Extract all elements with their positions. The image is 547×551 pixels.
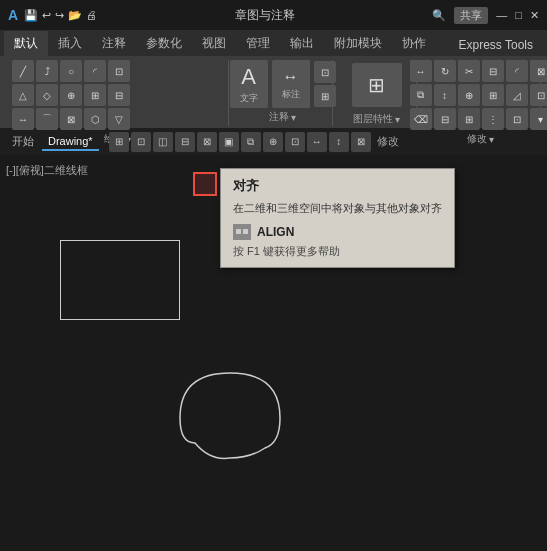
layer-group-label: 图层特性 ▾ [353, 112, 400, 126]
cursor-highlight-box [193, 172, 217, 196]
app-icon[interactable]: A [8, 7, 18, 23]
sub-icon-6[interactable]: ▣ [219, 132, 239, 152]
annotation-dropdown-icon[interactable]: ▾ [291, 112, 296, 123]
fillet-icon[interactable]: ◜ [506, 60, 528, 82]
extend-icon[interactable]: ⊕ [458, 84, 480, 106]
group-draw: ╱ ⤴ ○ ◜ ⊡ △ ◇ ⊕ ⊞ ⊟ ↔ ⌒ ⊠ ⬡ ▽ 绘图 [6, 60, 229, 126]
redo-icon[interactable]: ↪ [55, 9, 64, 22]
offset-icon[interactable]: ⊞ [482, 84, 504, 106]
sub-icon-12[interactable]: ⊠ [351, 132, 371, 152]
title-bar-tabs: 💾 ↩ ↪ 📂 🖨 [24, 9, 97, 22]
sub-icon-3[interactable]: ◫ [153, 132, 173, 152]
open-icon[interactable]: 📂 [68, 9, 82, 22]
tab-manage[interactable]: 管理 [236, 31, 280, 56]
workspace-label: 章图与注释 [235, 7, 295, 24]
sub-tab-drawing[interactable]: Drawing* [42, 133, 99, 151]
tab-view[interactable]: 视图 [192, 31, 236, 56]
undo-icon[interactable]: ↩ [42, 9, 51, 22]
sub-icon-4[interactable]: ⊟ [175, 132, 195, 152]
mirror-icon[interactable]: ⊟ [482, 60, 504, 82]
trim-icon[interactable]: ✂ [458, 60, 480, 82]
draw-icon-9[interactable]: ⊠ [60, 108, 82, 130]
print-icon[interactable]: 🖨 [86, 9, 97, 21]
tooltip-cmd-icon [233, 224, 251, 240]
sub-icon-8[interactable]: ⊕ [263, 132, 283, 152]
modify-icon-4[interactable]: ⋮ [482, 108, 504, 130]
draw-icon-2[interactable]: △ [12, 84, 34, 106]
modify-icons: ↔ ↻ ✂ ⊟ ◜ ⊠ ⧉ ↕ ⊕ ⊞ ◿ ⊡ ⌫ ⊟ ⊞ ⋮ ⊡ ▾ [410, 60, 548, 130]
tab-addons[interactable]: 附加模块 [324, 31, 392, 56]
array-icon[interactable]: ⊟ [434, 108, 456, 130]
tab-default[interactable]: 默认 [4, 31, 48, 56]
sub-toolbar-icons: ⊞ ⊡ ◫ ⊟ ⊠ ▣ ⧉ ⊕ ⊡ ↔ ↕ ⊠ 修改 [109, 132, 399, 152]
sub-icon-9[interactable]: ⊡ [285, 132, 305, 152]
scale-icon[interactable]: ⊠ [530, 60, 548, 82]
move-icon[interactable]: ↔ [410, 60, 432, 82]
tab-parametric[interactable]: 参数化 [136, 31, 192, 56]
extra-draw-1[interactable]: ⊡ [108, 60, 130, 82]
layer-dropdown-icon[interactable]: ▾ [395, 114, 400, 125]
quick-access-icon[interactable]: 💾 [24, 9, 38, 22]
annotation-icons: A 文字 ↔ 标注 ⊡ ⊞ [230, 60, 336, 108]
draw-icon-5[interactable]: ⊞ [84, 84, 106, 106]
circle-icon[interactable]: ○ [60, 60, 82, 82]
draw-icon-4[interactable]: ⊕ [60, 84, 82, 106]
arc-icon[interactable]: ◜ [84, 60, 106, 82]
rotate-icon[interactable]: ↻ [434, 60, 456, 82]
annotation-group-label: 注释 ▾ [269, 110, 296, 124]
title-bar: A 💾 ↩ ↪ 📂 🖨 章图与注释 🔍 共享 — □ ✕ [0, 0, 547, 30]
layer-icon[interactable]: ⊞ [352, 63, 402, 107]
ann-icon-2[interactable]: ⊞ [314, 85, 336, 107]
sub-icon-2[interactable]: ⊡ [131, 132, 151, 152]
draw-icon-7[interactable]: ↔ [12, 108, 34, 130]
draw-icon-6[interactable]: ⊟ [108, 84, 130, 106]
modify-dropdown[interactable]: ▾ [530, 108, 548, 130]
line-icon[interactable]: ╱ [12, 60, 34, 82]
ann-icon-1[interactable]: ⊡ [314, 61, 336, 83]
tab-express[interactable]: Express Tools [449, 34, 543, 56]
sub-icon-10[interactable]: ↔ [307, 132, 327, 152]
draw-icon-11[interactable]: ▽ [108, 108, 130, 130]
group-layer: ⊞ 图层特性 ▾ [337, 60, 417, 126]
sub-icon-11[interactable]: ↕ [329, 132, 349, 152]
sub-tab-start[interactable]: 开始 [6, 132, 40, 151]
svg-rect-1 [236, 229, 241, 234]
dimension-icon[interactable]: ↔ 标注 [272, 60, 310, 108]
close-icon[interactable]: ✕ [530, 9, 539, 22]
explode-icon[interactable]: ⊡ [530, 84, 548, 106]
modify-icon-5[interactable]: ⊡ [506, 108, 528, 130]
modify-dropdown-icon[interactable]: ▾ [489, 134, 494, 145]
copy-icon[interactable]: ⧉ [410, 84, 432, 106]
sub-toolbar: 开始 Drawing* ⊞ ⊡ ◫ ⊟ ⊠ ▣ ⧉ ⊕ ⊡ ↔ ↕ ⊠ 修改 [0, 128, 547, 156]
tab-insert[interactable]: 插入 [48, 31, 92, 56]
align-modify-icon[interactable]: ⊞ [458, 108, 480, 130]
stretch-icon[interactable]: ↕ [434, 84, 456, 106]
shape-rectangle [60, 240, 180, 320]
group-annotation: A 文字 ↔ 标注 ⊡ ⊞ 注释 ▾ [233, 60, 333, 126]
shape-rounded [175, 363, 285, 463]
draw-icon-3[interactable]: ◇ [36, 84, 58, 106]
sub-icon-5[interactable]: ⊠ [197, 132, 217, 152]
draw-icon-8[interactable]: ⌒ [36, 108, 58, 130]
search-icon[interactable]: 🔍 [432, 9, 446, 22]
polyline-icon[interactable]: ⤴ [36, 60, 58, 82]
draw-icon-10[interactable]: ⬡ [84, 108, 106, 130]
draw-icons: ╱ ⤴ ○ ◜ ⊡ △ ◇ ⊕ ⊞ ⊟ ↔ ⌒ ⊠ ⬡ ▽ [12, 60, 222, 130]
tab-collaborate[interactable]: 协作 [392, 31, 436, 56]
sub-icon-7[interactable]: ⧉ [241, 132, 261, 152]
modify-group-label: 修改 ▾ [467, 132, 494, 146]
tooltip-command-row: ALIGN [233, 224, 442, 240]
maximize-icon[interactable]: □ [515, 9, 522, 21]
tab-annotate[interactable]: 注释 [92, 31, 136, 56]
text-icon[interactable]: A 文字 [230, 60, 268, 108]
tab-output[interactable]: 输出 [280, 31, 324, 56]
annotation-small-icons: ⊡ ⊞ [314, 61, 336, 107]
chamfer-icon[interactable]: ◿ [506, 84, 528, 106]
title-bar-left: A 💾 ↩ ↪ 📂 🖨 [8, 7, 97, 23]
minimize-icon[interactable]: — [496, 9, 507, 21]
erase-icon[interactable]: ⌫ [410, 108, 432, 130]
share-button[interactable]: 共享 [454, 7, 488, 24]
tooltip-help: 按 F1 键获得更多帮助 [233, 244, 442, 259]
ribbon-tabs: 默认 插入 注释 参数化 视图 管理 输出 附加模块 协作 Express To… [0, 30, 547, 56]
sub-icon-1[interactable]: ⊞ [109, 132, 129, 152]
